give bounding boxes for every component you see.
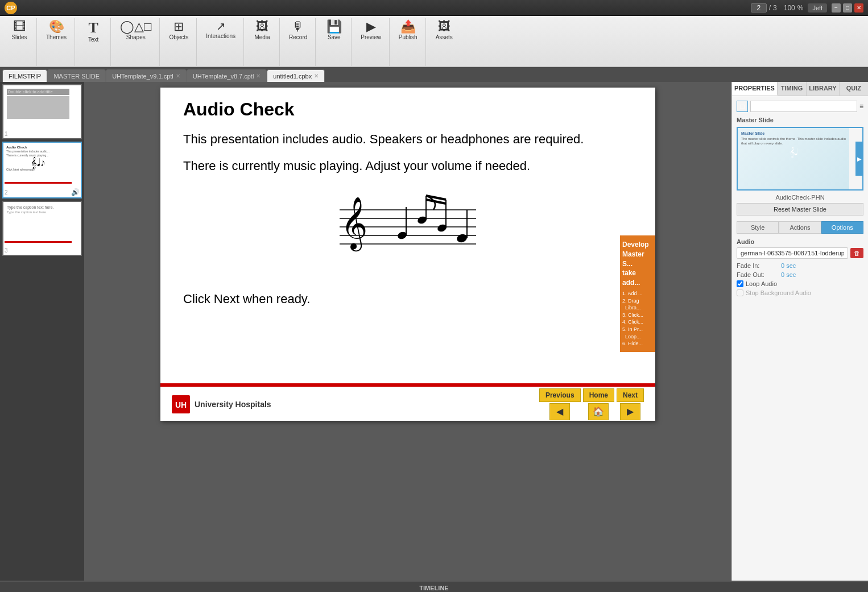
media-icon: 🖼: [256, 20, 268, 33]
properties-menu-icon[interactable]: ≡: [859, 102, 863, 110]
slide-num-3: 3: [5, 247, 80, 254]
objects-icon: ⊞: [173, 20, 184, 33]
actions-tab[interactable]: Actions: [779, 221, 821, 234]
slide-num-1: 1: [5, 131, 80, 137]
record-button[interactable]: 🎙 Record: [286, 19, 311, 42]
slide-body-line2: There is currently music playing. Adjust…: [183, 156, 633, 176]
stop-bg-row: Stop Background Audio: [737, 289, 863, 296]
ribbon-toolbar: 🎞 Slides 🎨 Themes T Text ◯△□ Shapes: [0, 16, 868, 67]
properties-tab[interactable]: PROPERTIES: [732, 82, 778, 96]
developer-overlay[interactable]: DevelopMaster S...take add... 1. Add ...…: [620, 235, 655, 352]
untitled1-tab[interactable]: untitled1.cpbx ✕: [267, 69, 325, 82]
master-slide-chevron[interactable]: ▶: [855, 142, 863, 176]
properties-panel: PROPERTIES TIMING LIBRARY QUIZ □ ≡ Maste…: [731, 82, 868, 581]
master-slide-tab[interactable]: MASTER SLIDE: [47, 69, 106, 82]
audio-delete-button[interactable]: 🗑: [850, 248, 863, 258]
quiz-tab[interactable]: QUIZ: [840, 82, 868, 96]
untitled1-tab-close[interactable]: ✕: [314, 73, 319, 79]
slide-number-input[interactable]: [751, 3, 767, 13]
slide-separator: /: [769, 4, 771, 12]
text-button[interactable]: T Text: [81, 19, 106, 44]
master-slide-image: Master Slide The master slide controls t…: [738, 128, 849, 189]
fade-in-value[interactable]: 0 sec: [781, 262, 796, 269]
music-notation: 𝄞: [183, 187, 633, 278]
style-tab[interactable]: Style: [737, 221, 779, 234]
slide-body-line1: This presentation includes audio. Speake…: [183, 129, 633, 149]
slides-group: 🎞 Slides: [2, 18, 37, 66]
master-slide-name: AudioCheck-PHN: [737, 194, 863, 201]
shapes-label: Shapes: [126, 34, 146, 40]
loop-audio-checkbox[interactable]: [737, 280, 743, 287]
close-button[interactable]: ✕: [854, 3, 863, 13]
stop-bg-label: Stop Background Audio: [746, 289, 811, 296]
home-label: Home: [583, 388, 614, 402]
shapes-button[interactable]: ◯△□ Shapes: [117, 19, 155, 42]
footer-brand-name: University Hospitals: [195, 400, 271, 409]
timing-tab[interactable]: TIMING: [778, 82, 807, 96]
stop-bg-checkbox[interactable]: [737, 289, 743, 296]
template-v87-tab-label: UHTemplate_v8.7.cptl: [193, 73, 254, 80]
svg-line-15: [426, 200, 446, 204]
untitled1-tab-label: untitled1.cpbx: [273, 73, 312, 80]
interactions-label: Interactions: [206, 33, 235, 39]
svg-point-12: [456, 233, 468, 244]
assets-group: 🖼 Assets: [427, 18, 461, 66]
library-tab[interactable]: LIBRARY: [807, 82, 839, 96]
save-button[interactable]: 💾 Save: [321, 19, 346, 42]
previous-label: Previous: [539, 388, 581, 402]
preview-group: ▶ Preview: [353, 18, 390, 66]
minimize-button[interactable]: −: [832, 3, 841, 13]
home-button[interactable]: 🏠: [588, 403, 609, 420]
nav-buttons: Previous ◀ Home 🏠 Next ▶: [539, 388, 644, 420]
template-v87-tab-close[interactable]: ✕: [256, 73, 261, 79]
objects-label: Objects: [169, 34, 188, 40]
audio-section-label: Audio: [737, 238, 863, 245]
overlay-title: DevelopMaster S...take add...: [622, 240, 653, 288]
media-button[interactable]: 🖼 Media: [250, 19, 275, 42]
fade-out-value[interactable]: 0 sec: [781, 271, 796, 278]
preview-button[interactable]: ▶ Preview: [357, 19, 385, 42]
options-tab[interactable]: Options: [821, 221, 863, 234]
slide-num-2: 2 🔊: [5, 188, 80, 196]
publish-icon: 📤: [400, 20, 416, 33]
record-icon: 🎙: [292, 20, 304, 33]
publish-group: 📤 Publish: [391, 18, 426, 66]
next-button[interactable]: ▶: [620, 403, 640, 420]
filmstrip-tab[interactable]: FILMSTRIP: [2, 69, 47, 82]
template-v87-tab[interactable]: UHTemplate_v8.7.cptl ✕: [187, 69, 267, 82]
tabs-bar: FILMSTRIP MASTER SLIDE UHTemplate_v9.1.c…: [0, 67, 868, 82]
slide-body: This presentation includes audio. Speake…: [183, 129, 633, 176]
slide-thumb-3[interactable]: Type the caption text here. Type the cap…: [2, 201, 82, 256]
loop-audio-row: Loop Audio: [737, 280, 863, 287]
audio-indicator-2: 🔊: [71, 188, 80, 196]
slide-canvas[interactable]: Audio Check This presentation includes a…: [160, 88, 655, 421]
save-group: 💾 Save: [317, 18, 352, 66]
interactions-button[interactable]: ↗ Interactions: [202, 19, 239, 40]
template-v91-tab-close[interactable]: ✕: [176, 73, 180, 79]
template-v91-tab[interactable]: UHTemplate_v9.1.cptl ✕: [106, 69, 187, 82]
timeline-header: TIMELINE: [0, 582, 868, 592]
maximize-button[interactable]: □: [843, 3, 852, 13]
properties-filter-icon[interactable]: □: [737, 101, 748, 112]
user-badge[interactable]: Jeff: [808, 3, 827, 13]
themes-button[interactable]: 🎨 Themes: [43, 19, 70, 42]
interactions-icon: ↗: [216, 20, 226, 32]
properties-search-input[interactable]: [750, 101, 857, 112]
objects-button[interactable]: ⊞ Objects: [166, 19, 192, 42]
loop-audio-label: Loop Audio: [746, 280, 777, 287]
publish-button[interactable]: 📤 Publish: [395, 19, 421, 42]
assets-icon: 🖼: [438, 20, 450, 33]
slide-thumb-2[interactable]: Audio Check This presentation includes a…: [2, 142, 82, 198]
slide-thumb-1[interactable]: Double click to add title 1: [2, 84, 82, 139]
slide-body-line3: Click Next when ready.: [183, 289, 633, 309]
slides-button[interactable]: 🎞 Slides: [7, 19, 32, 42]
properties-content: □ ≡ Master Slide Master Slide The master…: [732, 96, 868, 581]
preview-label: Preview: [361, 34, 381, 40]
publish-label: Publish: [399, 34, 418, 40]
save-label: Save: [328, 34, 341, 40]
audio-file-input[interactable]: [737, 247, 848, 259]
slides-label: Slides: [11, 34, 27, 40]
assets-button[interactable]: 🖼 Assets: [432, 19, 457, 42]
previous-button[interactable]: ◀: [549, 403, 570, 420]
reset-master-slide-button[interactable]: Reset Master Slide: [737, 203, 863, 216]
